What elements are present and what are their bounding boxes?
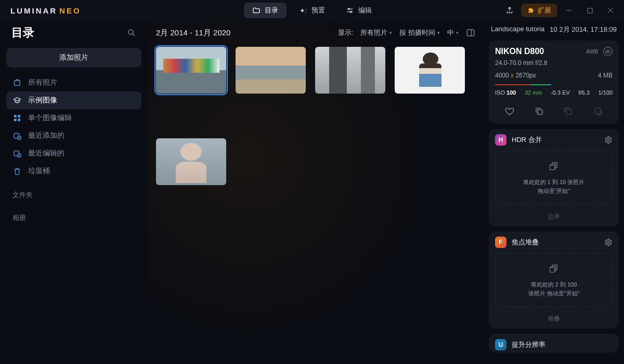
thumbnail[interactable] — [315, 47, 385, 94]
focus-stack-panel: F 焦点堆叠 🗇 将此处的 2 到 100 张照片 拖动至"开始" 堆叠 — [489, 231, 619, 329]
filename: Landscape tutoria — [491, 25, 544, 34]
photos-icon — [12, 78, 22, 87]
thumbnail[interactable] — [236, 47, 306, 94]
page-title: 目录 — [11, 25, 34, 41]
svg-line-9 — [133, 34, 135, 36]
sort-dropdown[interactable]: 按 拍摄时间▾ — [399, 28, 440, 37]
hdr-icon: H — [495, 134, 506, 146]
camera-model: NIKON D800 — [495, 47, 544, 56]
thumbnail[interactable] — [395, 47, 465, 94]
focus-drop-zone[interactable]: 🗇 将此处的 2 到 100 张照片 拖动至"开始" — [495, 253, 613, 307]
svg-rect-24 — [566, 109, 572, 115]
nav-label: 最近编辑的 — [28, 149, 64, 158]
thumbnail[interactable] — [156, 47, 226, 94]
upscale-panel: U 提升分辨率 — [489, 334, 619, 353]
svg-rect-25 — [595, 108, 601, 114]
white-balance: AWB — [587, 49, 598, 55]
nav-label: 示例图像 — [28, 96, 57, 105]
thumbnail-size-dropdown[interactable]: 中▾ — [447, 28, 459, 37]
folder-icon — [252, 6, 261, 15]
albums-section[interactable]: 相册 — [6, 203, 141, 226]
sidebar-item-all-photos[interactable]: 所有照片 — [6, 74, 141, 92]
svg-point-21 — [607, 50, 608, 52]
filesize: 4 MB — [598, 72, 613, 79]
svg-point-26 — [607, 139, 609, 141]
images-icon: 🗇 — [500, 262, 608, 277]
svg-rect-13 — [14, 119, 17, 121]
datetime: 10 2月 2014, 17:18:09 — [550, 25, 617, 34]
favorite-button[interactable] — [503, 105, 516, 118]
share-button[interactable] — [502, 3, 517, 18]
dimensions: 4000 x 2670px — [495, 72, 536, 79]
show-filter-dropdown[interactable]: 所有照片▾ — [360, 28, 392, 37]
svg-rect-23 — [538, 110, 542, 114]
grid-icon — [12, 113, 22, 123]
add-photos-button[interactable]: 添加照片 — [6, 48, 141, 68]
content-area: 2月 2014 - 11月 2020 显示: 所有照片▾ 按 拍摄时间▾ 中▾ — [148, 21, 484, 364]
extensions-button[interactable]: 扩展 — [521, 4, 557, 17]
sidebar-item-recent-edited[interactable]: 最近编辑的 — [6, 145, 141, 162]
focus-settings-button[interactable] — [604, 238, 613, 246]
tab-presets[interactable]: ✦: 预置 — [291, 3, 333, 18]
view-mode-button[interactable] — [466, 28, 475, 37]
svg-point-2 — [348, 8, 350, 10]
svg-point-27 — [607, 241, 609, 243]
focus-stack-button[interactable]: 堆叠 — [495, 310, 613, 323]
right-panel: Landscape tutoria 10 2月 2014, 17:18:09 N… — [484, 21, 624, 364]
date-range: 2月 2014 - 11月 2020 — [156, 28, 230, 38]
copy-button[interactable] — [533, 105, 545, 118]
upscale-icon: U — [495, 339, 506, 350]
thumbnail[interactable] — [156, 138, 226, 185]
app-logo: LUMINAR NEO — [10, 6, 81, 15]
tab-catalog[interactable]: 目录 — [244, 3, 287, 18]
sparkle-icon: ✦: — [299, 6, 307, 15]
svg-rect-14 — [18, 119, 20, 121]
stack-prev-button[interactable] — [562, 105, 575, 118]
trash-icon — [12, 166, 22, 176]
svg-rect-19 — [467, 30, 474, 36]
sidebar-item-trash[interactable]: 垃圾桶 — [6, 162, 141, 180]
nav-label: 所有照片 — [28, 78, 57, 87]
folders-section[interactable]: 文件夹 — [6, 180, 141, 203]
stack-next-button[interactable] — [592, 105, 604, 118]
histogram — [495, 84, 613, 85]
sidebar: 目录 添加照片 所有照片 示例图像 单个图像编辑 最近添加的 最近编辑的 — [0, 21, 148, 364]
recent-add-icon — [12, 131, 22, 140]
svg-point-3 — [350, 11, 352, 12]
recent-edit-icon — [12, 149, 22, 158]
hdr-merge-button[interactable]: 合并 — [495, 208, 613, 221]
sidebar-item-samples[interactable]: 示例图像 — [6, 92, 141, 109]
exif-row: ISO 100 32 mm -0.3 EV f/6.3 1/100 — [495, 89, 613, 96]
camera-icon — [603, 47, 613, 56]
svg-point-8 — [128, 30, 133, 34]
svg-rect-12 — [18, 115, 20, 118]
show-label: 显示: — [338, 28, 354, 37]
svg-rect-11 — [14, 115, 17, 118]
window-maximize[interactable] — [580, 3, 599, 18]
nav-label: 最近添加的 — [28, 131, 64, 140]
puzzle-icon — [527, 7, 535, 14]
sidebar-item-single-edit[interactable]: 单个图像编辑 — [6, 109, 141, 127]
sidebar-item-recent-added[interactable]: 最近添加的 — [6, 127, 141, 145]
hdr-merge-panel: H HDR 合并 🗇 将此处的 1 到 10 张照片 拖动至"开始" 合并 — [489, 129, 619, 226]
focus-icon: F — [495, 237, 506, 248]
nav-label: 单个图像编辑 — [28, 113, 72, 123]
hdr-drop-zone[interactable]: 🗇 将此处的 1 到 10 张照片 拖动至"开始" — [495, 151, 613, 205]
info-card: NIKON D800 AWB 24.0-70.0 mm f/2.8 4000 x… — [489, 41, 619, 124]
window-minimize[interactable] — [560, 3, 578, 18]
lens-info: 24.0-70.0 mm f/2.8 — [495, 59, 613, 67]
sliders-icon — [346, 6, 354, 15]
search-button[interactable] — [127, 28, 136, 37]
svg-rect-5 — [587, 8, 592, 12]
window-close[interactable] — [601, 3, 620, 18]
hdr-settings-button[interactable] — [604, 136, 613, 144]
images-icon: 🗇 — [500, 160, 608, 175]
tab-edit[interactable]: 编辑 — [337, 3, 380, 18]
graduation-icon — [12, 96, 22, 105]
nav-label: 垃圾桶 — [28, 166, 50, 176]
svg-rect-10 — [15, 81, 20, 85]
